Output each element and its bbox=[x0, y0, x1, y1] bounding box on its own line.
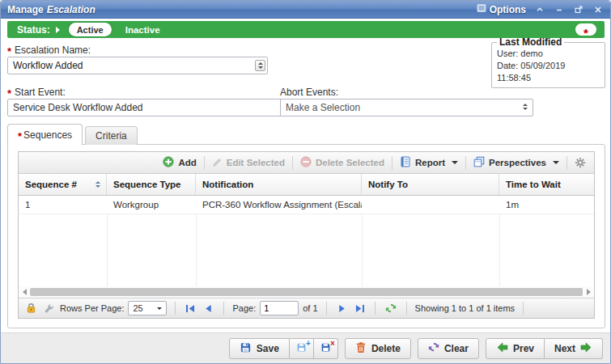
edit-selected-button[interactable]: Edit Selected bbox=[210, 157, 287, 169]
tab-strip: Sequences Criteria bbox=[7, 124, 138, 145]
save-button-group: Save bbox=[229, 338, 338, 359]
grid-header-row: Sequence # Sequence Type Notification No… bbox=[19, 174, 594, 196]
delete-selected-button[interactable]: Delete Selected bbox=[298, 156, 387, 169]
abort-events-select[interactable]: Make a Selection bbox=[280, 99, 533, 116]
column-header-time-to-wait[interactable]: Time to Wait bbox=[499, 174, 594, 195]
toolbar-separator bbox=[465, 156, 466, 170]
save-floppy-x-icon bbox=[320, 342, 331, 355]
prev-next-button-group: Prev Next bbox=[486, 338, 603, 359]
scroll-left-icon[interactable] bbox=[20, 288, 28, 296]
lock-icon[interactable] bbox=[24, 303, 38, 314]
toolbar-separator bbox=[292, 156, 293, 170]
escalation-name-label: Escalation Name: bbox=[7, 44, 91, 56]
prev-page-icon[interactable] bbox=[202, 304, 215, 313]
start-event-value: Service Desk Workflow Added bbox=[13, 102, 143, 113]
column-header-notify-to[interactable]: Notify To bbox=[362, 174, 499, 195]
add-button-label: Add bbox=[178, 158, 196, 167]
escalation-name-input[interactable] bbox=[7, 57, 268, 74]
rows-per-page-select[interactable]: 25 bbox=[128, 301, 167, 315]
page-number-input[interactable] bbox=[260, 301, 299, 315]
sequences-tab-panel: Add Edit Selected Delete Selected bbox=[7, 144, 605, 328]
chevron-down-icon bbox=[157, 307, 162, 310]
page-of-label: of 1 bbox=[303, 303, 317, 313]
abort-events-label: Abort Events: bbox=[280, 87, 338, 98]
report-button[interactable]: Report bbox=[397, 156, 460, 169]
column-header-sequence-type[interactable]: Sequence Type bbox=[107, 174, 196, 195]
pager-separator bbox=[375, 302, 376, 315]
grid-body: 1 Workgroup PCR-360 Workflow Assignment … bbox=[19, 196, 594, 286]
column-header-sequence-number[interactable]: Sequence # bbox=[19, 174, 107, 195]
perspectives-layers-icon bbox=[473, 156, 485, 169]
horizontal-scrollbar bbox=[19, 286, 594, 298]
report-label: Report bbox=[415, 158, 445, 167]
required-asterisk-icon bbox=[18, 134, 22, 139]
last-modified-box: Last Modified User: demo Date: 05/09/201… bbox=[491, 36, 605, 88]
next-button-label: Next bbox=[554, 343, 575, 354]
sort-icon[interactable] bbox=[95, 181, 100, 188]
required-asterisk-icon bbox=[7, 91, 11, 96]
save-button[interactable]: Save bbox=[229, 338, 290, 359]
close-icon[interactable] bbox=[592, 3, 604, 15]
pencil-icon bbox=[212, 157, 223, 169]
status-inactive-button[interactable]: Inactive bbox=[125, 25, 160, 35]
prev-button[interactable]: Prev bbox=[486, 338, 545, 359]
cell-notification: PCR-360 Workflow Assignment (Escala... bbox=[196, 196, 362, 214]
green-right-arrow-icon bbox=[580, 342, 592, 355]
last-page-icon[interactable] bbox=[353, 304, 367, 313]
column-header-label: Sequence Type bbox=[113, 180, 181, 189]
abort-events-label-text: Abort Events: bbox=[280, 87, 338, 98]
x-overlay-icon bbox=[330, 341, 335, 347]
text-expand-icon[interactable] bbox=[255, 60, 265, 71]
table-row[interactable]: 1 Workgroup PCR-360 Workflow Assignment … bbox=[19, 196, 594, 214]
save-floppy-plus-icon bbox=[296, 342, 307, 355]
wrench-icon[interactable] bbox=[42, 303, 56, 314]
save-floppy-icon bbox=[240, 341, 252, 356]
page-label: Page: bbox=[232, 303, 256, 313]
tab-sequences[interactable]: Sequences bbox=[7, 124, 83, 145]
first-page-icon[interactable] bbox=[184, 304, 197, 313]
start-event-select[interactable]: Service Desk Workflow Added bbox=[7, 99, 300, 116]
next-button[interactable]: Next bbox=[545, 338, 603, 359]
required-asterisk-icon bbox=[583, 31, 588, 36]
tab-criteria-label: Criteria bbox=[95, 130, 127, 142]
add-button[interactable]: Add bbox=[160, 156, 198, 169]
pager-showing-text: Showing 1 to 1 of 1 items bbox=[415, 303, 516, 313]
perspectives-button[interactable]: Perspectives bbox=[471, 156, 562, 169]
required-asterisk-icon bbox=[7, 49, 11, 54]
collapse-icon[interactable] bbox=[533, 3, 545, 15]
column-header-label: Sequence # bbox=[25, 180, 77, 189]
footer-button-bar: Save Delete bbox=[1, 332, 610, 363]
refresh-icon[interactable] bbox=[384, 303, 398, 314]
required-indicator-badge bbox=[575, 23, 596, 36]
abort-events-value: Make a Selection bbox=[286, 102, 360, 113]
scrollbar-thumb[interactable] bbox=[30, 288, 583, 296]
delete-button[interactable]: Delete bbox=[345, 338, 411, 359]
window-title-entity: Escalation bbox=[47, 4, 95, 15]
scroll-right-icon[interactable] bbox=[584, 288, 592, 296]
save-and-close-button[interactable] bbox=[314, 338, 338, 359]
column-header-label: Notify To bbox=[368, 180, 408, 189]
clear-button[interactable]: Clear bbox=[418, 338, 479, 359]
toolbar-separator bbox=[566, 156, 567, 170]
start-event-label: Start Event: bbox=[7, 87, 66, 98]
prev-button-label: Prev bbox=[513, 343, 534, 354]
options-button[interactable]: Options bbox=[477, 3, 526, 15]
status-label: Status: bbox=[17, 24, 50, 36]
minus-circle-icon bbox=[300, 156, 312, 169]
minimize-icon[interactable] bbox=[553, 3, 565, 15]
tab-criteria[interactable]: Criteria bbox=[85, 126, 138, 145]
next-page-icon[interactable] bbox=[335, 304, 349, 313]
status-bar: Status: Active Inactive bbox=[7, 21, 605, 38]
popout-icon[interactable] bbox=[572, 3, 584, 15]
delete-selected-label: Delete Selected bbox=[316, 158, 384, 167]
status-active-button[interactable]: Active bbox=[69, 23, 112, 36]
cell-time-to-wait: 1m bbox=[499, 196, 594, 214]
sequences-grid: Add Edit Selected Delete Selected bbox=[18, 151, 595, 319]
options-list-icon bbox=[477, 3, 486, 15]
report-notebook-icon bbox=[400, 156, 411, 169]
save-button-label: Save bbox=[257, 343, 279, 354]
grid-settings-gear-icon[interactable] bbox=[572, 157, 588, 168]
column-header-notification[interactable]: Notification bbox=[196, 174, 362, 195]
save-and-new-button[interactable] bbox=[290, 338, 314, 359]
column-header-label: Time to Wait bbox=[506, 180, 561, 189]
